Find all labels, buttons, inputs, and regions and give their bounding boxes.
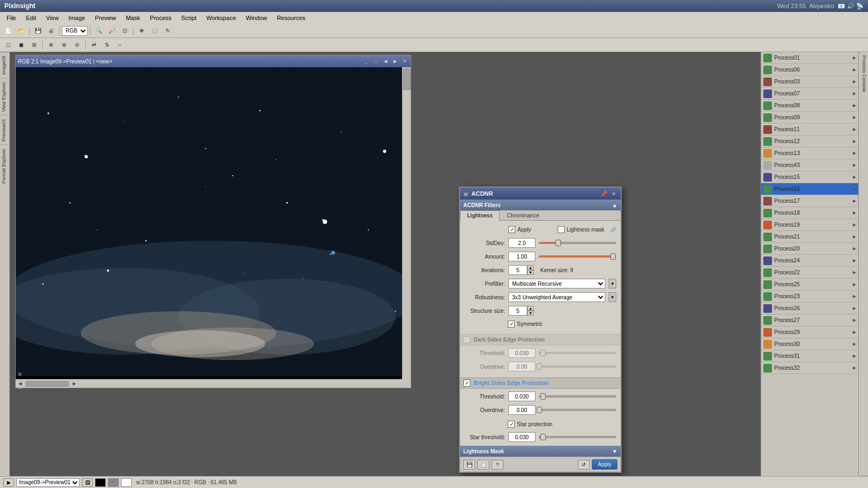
tb2-1[interactable]: ◻ xyxy=(2,40,14,50)
img-next[interactable]: ▶ xyxy=(391,57,399,65)
apply-checkbox[interactable]: ✓ xyxy=(508,226,515,233)
process-item-process29[interactable]: Process29▶ xyxy=(761,326,858,338)
image-content[interactable]: ⊕ ⊗ ☰ xyxy=(16,67,411,400)
amount-thumb[interactable] xyxy=(610,253,616,260)
process-item-process15[interactable]: Process15▶ xyxy=(761,171,858,183)
process-item-process30[interactable]: Process30▶ xyxy=(761,338,858,350)
bright-threshold-slider[interactable] xyxy=(539,393,616,400)
tb2-6[interactable]: ⊘ xyxy=(71,40,83,50)
process-item-process17[interactable]: Process17▶ xyxy=(761,195,858,207)
process-item-process06[interactable]: Process06▶ xyxy=(761,64,858,76)
dlg-close[interactable]: ✕ xyxy=(610,190,617,197)
process-item-process07[interactable]: Process07▶ xyxy=(761,88,858,100)
lightmask-checkbox[interactable] xyxy=(558,226,565,233)
structure-input[interactable] xyxy=(508,306,527,316)
star-threshold-input[interactable] xyxy=(508,432,535,442)
image-select[interactable]: Image09->Preview01 xyxy=(16,478,80,487)
menu-item-process[interactable]: Process xyxy=(145,14,176,22)
tb-open[interactable]: 📂 xyxy=(15,25,27,36)
sidebar-tab-view[interactable]: View Explorer xyxy=(0,78,9,115)
prefilter-select[interactable]: Multiscale Recursive None Gaussian xyxy=(508,279,605,288)
stddev-slider[interactable] xyxy=(539,239,616,247)
process-item-process09[interactable]: Process09▶ xyxy=(761,112,858,124)
menu-item-script[interactable]: Script xyxy=(177,14,201,22)
btm-gray[interactable] xyxy=(108,478,119,487)
tb-save[interactable]: 💾 xyxy=(32,25,44,36)
vscroll-thumb[interactable] xyxy=(403,68,411,90)
mask-collapse[interactable]: ▼ xyxy=(612,448,617,454)
tb2-9[interactable]: ↔ xyxy=(114,40,126,50)
process-item-process24[interactable]: Process24▶ xyxy=(761,255,858,267)
btm-play[interactable]: ▶ xyxy=(3,478,14,487)
iterations-input[interactable] xyxy=(508,265,527,275)
menu-item-workspace[interactable]: Workspace xyxy=(202,14,240,22)
tb-rotate[interactable]: ↻ xyxy=(162,25,174,36)
dlg-save-btn[interactable]: 💾 xyxy=(463,460,475,470)
process-item-process21[interactable]: Process21▶ xyxy=(761,231,858,243)
bright-threshold-input[interactable] xyxy=(508,391,535,401)
menu-item-resources[interactable]: Resources xyxy=(272,14,310,22)
process-item-process16[interactable]: Process16▶ xyxy=(761,183,858,195)
process-item-process22[interactable]: Process22▶ xyxy=(761,267,858,279)
process-item-process31[interactable]: Process31▶ xyxy=(761,350,858,362)
tb-new[interactable]: 📄 xyxy=(2,25,14,36)
tab-lightness[interactable]: Lightness xyxy=(460,210,500,221)
hscroll-thumb[interactable] xyxy=(25,381,69,387)
amount-input[interactable] xyxy=(508,252,535,261)
bright-overdrive-slider[interactable] xyxy=(539,406,616,414)
stddev-thumb[interactable] xyxy=(556,240,561,246)
menu-item-image[interactable]: Image xyxy=(64,14,90,22)
btm-white[interactable] xyxy=(121,478,132,487)
menu-item-preview[interactable]: Preview xyxy=(91,14,120,22)
iterations-down[interactable]: ▼ xyxy=(527,270,534,275)
tb-zoom-out[interactable]: 🔎 xyxy=(106,25,118,36)
process-item-process23[interactable]: Process23▶ xyxy=(761,291,858,303)
process-item-process32[interactable]: Process32▶ xyxy=(761,362,858,374)
process-item-process19[interactable]: Process19▶ xyxy=(761,219,858,231)
process-item-process11[interactable]: Process11▶ xyxy=(761,124,858,136)
structure-spinner[interactable]: ▲ ▼ xyxy=(508,306,534,316)
robustness-expand[interactable]: ▼ xyxy=(609,292,616,302)
dlg-info-btn[interactable]: 📋 xyxy=(477,460,489,470)
sidebar-tab-image09[interactable]: Image09 xyxy=(0,52,9,78)
tb2-4[interactable]: ⊕ xyxy=(45,40,57,50)
process-item-process20[interactable]: Process20▶ xyxy=(761,243,858,255)
star-threshold-slider[interactable] xyxy=(539,433,616,441)
bright-overdrive-thumb[interactable] xyxy=(537,407,542,413)
img-restore[interactable]: □ xyxy=(372,57,379,65)
process-item-process13[interactable]: Process13▶ xyxy=(761,147,858,159)
menu-item-window[interactable]: Window xyxy=(241,14,271,22)
tab-chrominance[interactable]: Chrominance xyxy=(500,210,546,220)
process-console-tab[interactable]: Process Console xyxy=(860,52,868,476)
tb-fit[interactable]: ⊡ xyxy=(119,25,131,36)
bright-sides-checkbox[interactable]: ✓ xyxy=(463,380,470,387)
tb2-5[interactable]: ⊗ xyxy=(58,40,70,50)
dark-sides-checkbox[interactable] xyxy=(463,336,470,343)
sidebar-tab-preview[interactable]: Preview01 xyxy=(0,115,9,145)
image-hscrollbar[interactable]: ◀ ▶ xyxy=(16,379,402,388)
process-item-process43[interactable]: Process43▶ xyxy=(761,159,858,171)
iterations-up[interactable]: ▲ xyxy=(527,265,534,270)
robustness-select[interactable]: 3x3 Unweighted Average None xyxy=(508,292,605,302)
bright-threshold-thumb[interactable] xyxy=(540,393,546,400)
tb2-2[interactable]: ◼ xyxy=(15,40,27,50)
image-vscrollbar[interactable] xyxy=(402,67,411,379)
tb-print[interactable]: 🖨 xyxy=(45,25,57,36)
hscroll-right[interactable]: ▶ xyxy=(71,381,78,387)
tb-select[interactable]: ⬚ xyxy=(149,25,161,36)
bright-overdrive-input[interactable] xyxy=(508,405,535,415)
img-close[interactable]: ✕ xyxy=(401,57,409,65)
tb2-7[interactable]: ⇄ xyxy=(88,40,100,50)
apply-button[interactable]: Apply xyxy=(592,459,617,470)
structure-down[interactable]: ▼ xyxy=(527,311,534,316)
process-item-process12[interactable]: Process12▶ xyxy=(761,136,858,147)
menu-item-mask[interactable]: Mask xyxy=(122,14,144,22)
img-prev[interactable]: ◀ xyxy=(381,57,389,65)
process-item-process01[interactable]: Process01▶ xyxy=(761,52,858,64)
process-item-process08[interactable]: Process08▶ xyxy=(761,100,858,112)
img-minimize[interactable]: _ xyxy=(362,57,369,65)
hscroll-left[interactable]: ◀ xyxy=(17,381,23,387)
dlg-help-btn[interactable]: ? xyxy=(492,460,503,470)
process-item-process26[interactable]: Process26▶ xyxy=(761,303,858,314)
process-item-process03[interactable]: Process03▶ xyxy=(761,76,858,88)
